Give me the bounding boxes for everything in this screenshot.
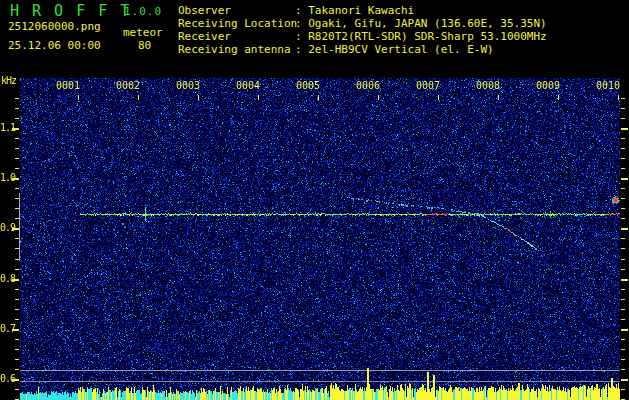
info-label: Observer (178, 5, 295, 16)
x-axis-label: 0009 (532, 81, 560, 91)
param-value: 80 (138, 40, 151, 51)
y-axis-unit-label: kHz (1, 76, 16, 86)
x-axis-label: 0003 (172, 81, 200, 91)
app-version: 1.0.0 (124, 6, 162, 17)
info-value: 2el-HB9CV Vertical (el. E-W) (308, 43, 493, 56)
hrofft-window: H R O F F T 1.0.0 2512060000.png meteor … (0, 0, 629, 400)
info-value: R820T2(RTL-SDR) SDR-Sharp 53.1000MHz (308, 30, 546, 43)
info-value: Takanori Kawachi (308, 4, 414, 17)
output-filename: 2512060000.png (8, 21, 101, 32)
y-axis-label: 1.0 (0, 173, 15, 183)
colon: : (295, 30, 308, 43)
info-row-receiver: Receiver: R820T2(RTL-SDR) SDR-Sharp 53.1… (178, 31, 547, 42)
x-axis-label: 0007 (412, 81, 440, 91)
x-axis-label: 0004 (232, 81, 260, 91)
info-value: Ogaki, Gifu, JAPAN (136.60E, 35.35N) (308, 17, 546, 30)
info-row-observer: Observer: Takanori Kawachi (178, 5, 414, 16)
x-axis-label: 0005 (292, 81, 320, 91)
x-axis-label: 0010 (592, 81, 620, 91)
y-axis-label: 0.9 (0, 223, 15, 233)
y-axis-label: 0.8 (0, 274, 15, 284)
x-axis-label: 0001 (52, 81, 80, 91)
y-axis-label: 0.6 (0, 374, 15, 384)
y-axis-label: 0.7 (0, 324, 15, 334)
info-row-location: Receiving Location: Ogaki, Gifu, JAPAN (… (178, 18, 547, 29)
info-label: Receiver (178, 31, 295, 42)
spectrogram-canvas (0, 78, 629, 400)
x-axis-label: 0006 (352, 81, 380, 91)
x-axis-label: 0008 (472, 81, 500, 91)
colon: : (295, 17, 308, 30)
info-label: Receiving antenna (178, 44, 295, 55)
colon: : (295, 4, 308, 17)
x-axis-label: 0002 (112, 81, 140, 91)
info-row-antenna: Receiving antenna: 2el-HB9CV Vertical (e… (178, 44, 494, 55)
y-axis-label: 1.1 (0, 123, 15, 133)
mode-label: meteor (123, 27, 163, 38)
datetime-label: 25.12.06 00:00 (8, 40, 101, 51)
app-title: H R O F F T (10, 4, 131, 19)
info-label: Receiving Location (178, 18, 295, 29)
colon: : (295, 43, 308, 56)
